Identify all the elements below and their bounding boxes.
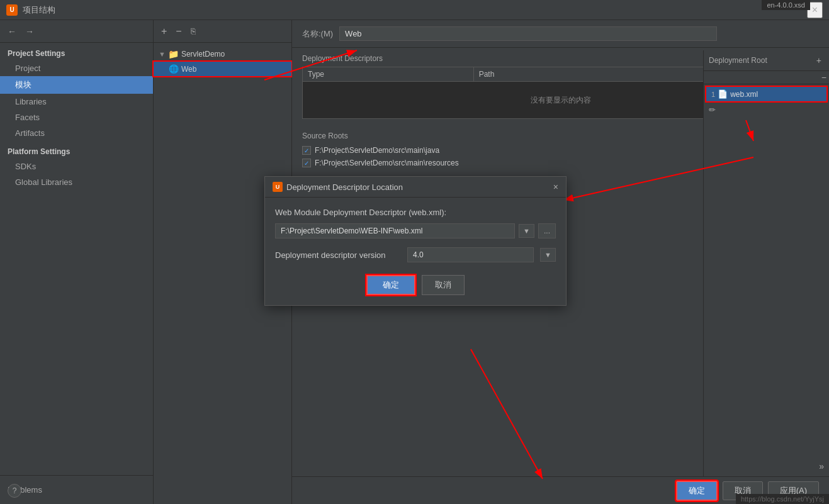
- dialog-title: Deployment Descriptor Location: [286, 182, 403, 192]
- main-window: U 项目结构 × ← → Project Settings Project 模块…: [0, 0, 829, 504]
- name-label: 名称:(M): [302, 28, 333, 40]
- col-type: Type: [303, 67, 474, 81]
- source-root-checkbox-2[interactable]: ✓: [302, 159, 311, 167]
- sidebar-item-global-libraries[interactable]: Global Libraries: [0, 174, 153, 190]
- minus-btn[interactable]: −: [821, 72, 826, 82]
- deployment-descriptor-dialog: U Deployment Descriptor Location × Web M…: [264, 176, 567, 306]
- status-bar: https://blog.csdn.net/YyjYsj: [736, 494, 829, 504]
- deployment-root-label: Deployment Root: [709, 56, 810, 65]
- source-root-checkbox-1[interactable]: ✓: [302, 146, 311, 155]
- forward-button[interactable]: →: [23, 25, 37, 38]
- web-icon: 🌐: [169, 64, 179, 74]
- dialog-descriptor-label: Web Module Deployment Descriptor (web.xm…: [275, 208, 556, 217]
- tree-add-button[interactable]: +: [159, 25, 169, 38]
- module-name-input[interactable]: [339, 26, 717, 41]
- dialog-path-input[interactable]: [275, 223, 515, 238]
- title-bar: U 项目结构 ×: [0, 0, 829, 20]
- project-settings-header: Project Settings: [0, 43, 153, 60]
- app-icon: U: [6, 4, 18, 16]
- sidebar-item-problems[interactable]: Problems: [8, 482, 145, 498]
- tree-remove-button[interactable]: −: [173, 25, 184, 38]
- sidebar-item-modules[interactable]: 模块: [0, 76, 153, 94]
- sidebar-item-artifacts[interactable]: Artifacts: [0, 125, 153, 141]
- dialog-version-row: Deployment descriptor version ▼: [275, 247, 556, 262]
- tree-web-item[interactable]: 🌐 Web: [154, 62, 291, 76]
- dialog-path-row: ▼ ...: [275, 223, 556, 238]
- tree-web-label: Web: [181, 65, 196, 74]
- tree-root-label: ServletDemo: [181, 50, 225, 59]
- help-button[interactable]: ?: [8, 484, 21, 498]
- deployment-root-row: Deployment Root +: [704, 50, 829, 71]
- sidebar-item-libraries[interactable]: Libraries: [0, 94, 153, 109]
- right-panel-actions: −: [704, 71, 829, 84]
- dialog-close-button[interactable]: ×: [553, 182, 558, 192]
- more-button[interactable]: »: [819, 461, 824, 471]
- dialog-buttons: 确定 取消: [275, 272, 556, 295]
- webxml-item[interactable]: 1 📄 web.xml: [706, 87, 826, 101]
- tree-top-bar: + − ⎘: [154, 20, 291, 43]
- dd-empty-text: 没有要显示的内容: [531, 95, 591, 106]
- dialog-browse-button[interactable]: ...: [538, 223, 556, 238]
- tree-area: ▼ 📁 ServletDemo 🌐 Web: [154, 43, 291, 80]
- tree-copy-button[interactable]: ⎘: [188, 25, 198, 37]
- edit-icon-row: ✏: [704, 104, 829, 116]
- sidebar-item-sdks[interactable]: SDKs: [0, 159, 153, 174]
- dialog-icon: U: [273, 182, 283, 192]
- dialog-title-bar: U Deployment Descriptor Location ×: [265, 177, 566, 198]
- right-xml-panel: Deployment Root + − 1 📄 web.xml ✏ »: [703, 50, 829, 476]
- webxml-icon: 📄: [718, 89, 728, 99]
- sidebar: ← → Project Settings Project 模块 Librarie…: [0, 20, 154, 504]
- dialog-cancel-button[interactable]: 取消: [422, 275, 465, 295]
- problems-section: Problems: [0, 475, 153, 504]
- ok-button[interactable]: 确定: [676, 481, 718, 501]
- dialog-version-input[interactable]: [407, 247, 534, 262]
- module-header: 名称:(M): [292, 20, 829, 48]
- sidebar-item-project[interactable]: Project: [0, 60, 153, 76]
- source-root-path-2: F:\Project\ServletDemo\src\main\resource…: [315, 159, 459, 167]
- dialog-ok-button[interactable]: 确定: [366, 275, 415, 295]
- browser-tab: en-4.0.0.xsd: [762, 0, 810, 10]
- dialog-body: Web Module Deployment Descriptor (web.xm…: [265, 198, 566, 305]
- sidebar-item-facets[interactable]: Facets: [0, 109, 153, 125]
- deployment-root-add-btn[interactable]: +: [814, 54, 824, 67]
- dialog-path-dropdown[interactable]: ▼: [519, 224, 534, 238]
- back-button[interactable]: ←: [5, 25, 19, 38]
- edit-icon[interactable]: ✏: [709, 105, 716, 115]
- more-btn-container: »: [819, 461, 824, 471]
- status-url: https://blog.csdn.net/YyjYsj: [741, 495, 824, 503]
- dialog-version-dropdown[interactable]: ▼: [540, 248, 556, 262]
- folder-icon: 📁: [168, 49, 179, 59]
- sidebar-nav-bar: ← →: [0, 20, 153, 43]
- webxml-num: 1: [711, 91, 715, 98]
- tree-root-item[interactable]: ▼ 📁 ServletDemo: [154, 47, 291, 62]
- dialog-version-label: Deployment descriptor version: [275, 250, 401, 260]
- platform-settings-header: Platform Settings: [0, 141, 153, 159]
- webxml-label: web.xml: [730, 90, 758, 99]
- window-title: 项目结构: [23, 4, 807, 16]
- source-root-path-1: F:\Project\ServletDemo\src\main\java: [315, 146, 439, 155]
- browser-tab-label: en-4.0.0.xsd: [767, 1, 805, 9]
